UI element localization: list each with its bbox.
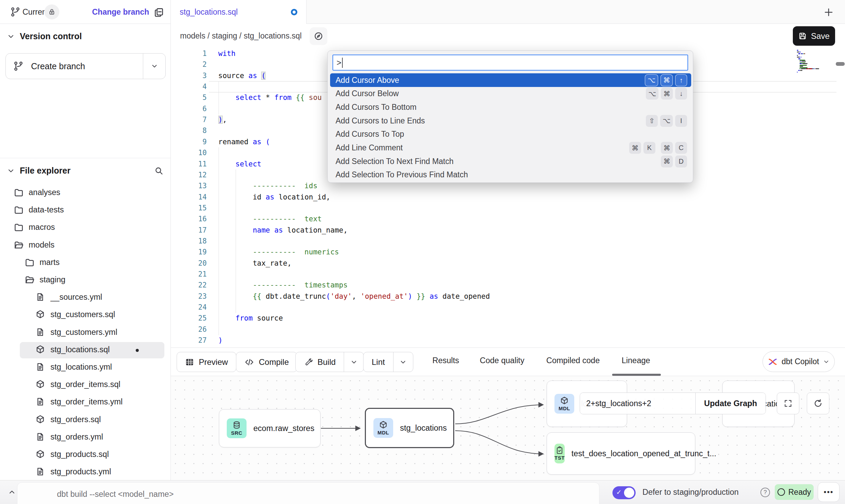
copy-icon[interactable] [153,7,164,18]
keycap: I [675,115,687,127]
file-tree-item-data-tests[interactable]: data-tests [0,202,171,219]
code-line[interactable]: 15 [171,203,845,214]
file-explorer-header[interactable]: File explorer [7,166,164,176]
command-item-add-selection-to-previous-find-match[interactable]: Add Selection To Previous Find Match [330,182,691,183]
code-line[interactable]: 26 [171,324,845,335]
line-number: 5 [171,92,207,103]
code-line[interactable]: 16 ---------- text [171,213,845,225]
lint-button[interactable]: Lint [363,352,413,372]
collapse-panel-button[interactable] [6,487,18,497]
build-caret[interactable] [344,352,364,372]
shortcut-keys: ⇧⌥I [646,115,687,127]
compile-label: Compile [259,357,289,367]
file-tree-item-stg-customers-sql[interactable]: stg_customers.sql [0,306,171,324]
command-item-add-selection-to-next-find-match[interactable]: Add Selection To Next Find Match⌘D [330,154,691,168]
lineage-search: 2+stg_locations+2 Update Graph [580,392,766,414]
code-line[interactable]: 17 name as location_name, [171,225,845,236]
save-label: Save [811,31,830,41]
defer-toggle[interactable]: ✓ [612,486,636,499]
shortcut-keygroup: ⌥⌘↑ [645,74,687,86]
more-options-button[interactable]: ••• [818,482,840,502]
command-item-add-cursors-to-line-ends[interactable]: Add Cursors to Line Ends⇧⌥I [330,114,691,128]
lineage-search-input[interactable]: 2+stg_locations+2 [580,393,695,414]
code-line[interactable]: 14 id as location_id, [171,192,845,203]
compile-button[interactable]: Compile [236,352,297,372]
file-tree-item-analyses[interactable]: analyses [0,184,171,202]
code-line[interactable]: 20 tax_rate, [171,258,845,269]
command-item-add-cursors-to-top[interactable]: Add Cursors To Top [330,128,691,141]
version-control-header[interactable]: Version control [7,31,82,41]
command-label: Add Selection To Next Find Match [336,157,454,166]
command-item-add-cursor-above[interactable]: Add Cursor Above⌥⌘↑ [330,73,691,87]
file-tree-item--sources-yml[interactable]: __sources.yml [0,289,171,306]
dbt-copilot-button[interactable]: dbt Copilot [762,351,835,372]
file-tree-item-stg-products-yml[interactable]: stg_products.yml [0,463,171,480]
code-line[interactable]: 27) [171,335,845,346]
new-tab-button[interactable] [822,6,835,18]
code-line[interactable]: 19 ---------- numerics [171,247,845,258]
file-tree-label: stg_customers.yml [50,328,117,337]
file-tree-item-stg-order-items-sql[interactable]: stg_order_items.sql [0,376,171,394]
search-icon[interactable] [154,166,164,176]
minimap-slider[interactable] [836,62,845,66]
fullscreen-button[interactable] [777,392,799,414]
file-tree-item-stg-orders-yml[interactable]: stg_orders.yml [0,429,171,446]
file-tree-item-stg-customers-yml[interactable]: stg_customers.yml [0,324,171,341]
sidebar: Current Change branch Version control Cr… [0,0,171,480]
code-line[interactable]: 21 [171,269,845,280]
code-line[interactable]: 24 [171,302,845,313]
docs-compass-button[interactable] [310,27,327,45]
tab-lineage[interactable]: Lineage [622,356,650,365]
palette-query: > [337,58,341,68]
build-button[interactable]: Build [295,352,364,372]
create-branch-caret[interactable] [143,54,165,79]
tab-stg-locations[interactable]: stg_locations.sql [171,0,307,24]
create-branch-button[interactable]: Create branch [5,53,166,79]
fullscreen-icon [784,399,792,408]
command-item-add-line-comment[interactable]: Add Line Comment⌘K⌘C [330,141,691,155]
file-tree-item-stg-orders-sql[interactable]: stg_orders.sql [0,411,171,429]
chevron-down-icon [350,358,358,366]
preview-button[interactable]: Preview [177,352,236,372]
node-label: stg_locations [400,424,447,433]
file-tree-item-staging[interactable]: staging [0,271,171,289]
change-branch-link[interactable]: Change branch [92,8,149,17]
code-line[interactable]: 22 ---------- timestamps [171,280,845,291]
lint-caret[interactable] [393,352,413,372]
shortcut-keygroup: ⌘K [629,142,655,154]
help-icon[interactable]: ? [760,488,770,497]
shortcut-keys: ⌘D [661,155,687,167]
file-tree-item-marts[interactable]: marts [0,254,171,271]
breadcrumb: models / staging / stg_locations.sql [180,31,302,41]
file-tree-item-models[interactable]: models [0,237,171,254]
dbt-command-input[interactable]: dbt build --select <model_name> [17,482,599,504]
file-explorer-title: File explorer [20,166,71,176]
command-item-add-cursor-below[interactable]: Add Cursor Below⌥⌘↓ [330,87,691,101]
file-tree-item-stg-locations-yml[interactable]: stg_locations.yml [0,359,171,376]
command-item-add-selection-to-previous-find-match[interactable]: Add Selection To Previous Find Match [330,168,691,182]
file-tree-item-macros[interactable]: macros [0,219,171,236]
file-tree-item-stg-products-sql[interactable]: stg_products.sql [0,446,171,463]
file-tree-item-stg-order-items-yml[interactable]: stg_order_items.yml [0,394,171,411]
command-palette-input[interactable]: > [332,55,688,71]
save-button[interactable]: Save [793,26,835,46]
code-line[interactable]: 18 [171,236,845,247]
code-text: ---------- timestamps [218,280,347,291]
update-graph-button[interactable]: Update Graph [695,393,766,414]
node-ecom-raw-stores[interactable]: SRC ecom.raw_stores [219,409,321,447]
node-test-location-opened[interactable]: TST test_does_location_opened_at_trunc_t… [547,432,695,475]
tab-code-quality[interactable]: Code quality [480,356,524,365]
create-branch-main[interactable]: Create branch [6,61,143,71]
code-line[interactable]: 23 {{ dbt.date_trunc('day', 'opened_at')… [171,291,845,302]
command-item-add-cursors-to-bottom[interactable]: Add Cursors To Bottom [330,100,691,114]
indent-guide [236,169,236,313]
file-tree-item-stg-locations-sql[interactable]: stg_locations.sql [0,341,171,359]
tab-results[interactable]: Results [432,356,459,365]
folder-icon [25,257,35,268]
tab-compiled-code[interactable]: Compiled code [546,356,600,365]
model-icon [35,310,46,320]
code-line[interactable]: 25 from source [171,313,845,324]
node-stg-locations[interactable]: MDL stg_locations [365,408,454,448]
file-tree-label: analyses [29,188,60,197]
refresh-button[interactable] [807,392,829,414]
